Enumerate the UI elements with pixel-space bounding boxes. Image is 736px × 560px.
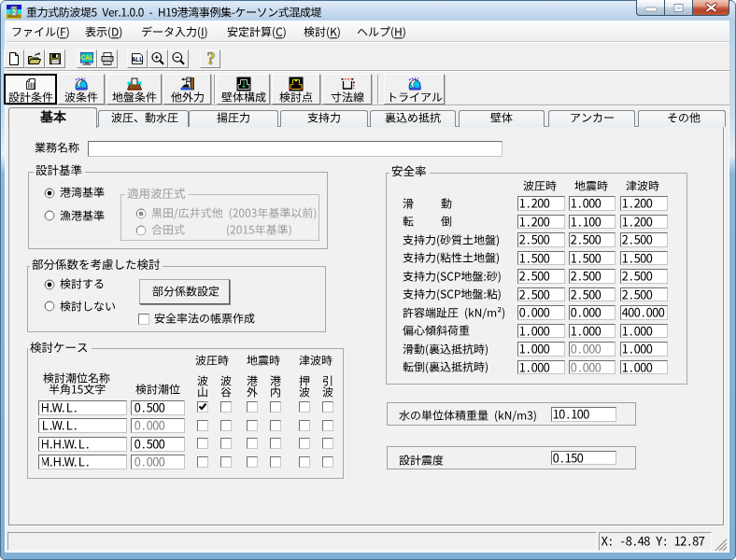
svg-text:5: 5 (12, 8, 16, 15)
svg-text:ALL: ALL (132, 56, 144, 63)
svg-text:CAL: CAL (80, 54, 92, 61)
svg-text:?: ? (207, 51, 216, 66)
